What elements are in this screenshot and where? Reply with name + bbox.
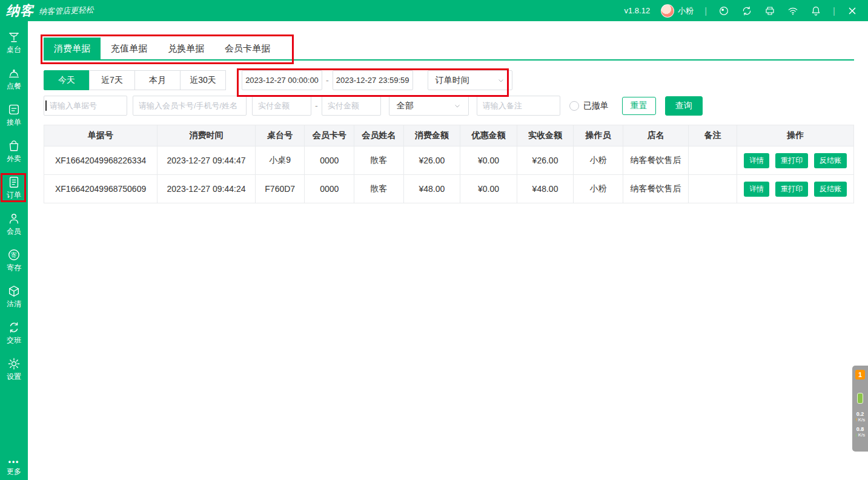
cell-card-no: 0000 (305, 146, 354, 175)
avatar (661, 4, 674, 18)
battery-icon (857, 393, 863, 404)
svg-text:寄: 寄 (11, 252, 17, 258)
tab-consume-receipts[interactable]: 消费单据 (44, 38, 101, 59)
pay-amount-min-input[interactable] (252, 96, 311, 116)
user-chip[interactable]: 小粉 (661, 4, 694, 18)
top-header: 纳客 纳客管店更轻松 v1.8.12 小粉 | | (0, 0, 868, 21)
sidebar-item-shift[interactable]: 交班 (0, 320, 28, 357)
shift-icon (7, 320, 21, 335)
detail-button[interactable]: 详情 (744, 153, 769, 168)
cancelled-radio[interactable] (569, 101, 579, 111)
search-button[interactable]: 查询 (665, 96, 703, 116)
app-logo: 纳客 (6, 4, 34, 18)
cell-actions: 详情 重打印 反结账 (737, 175, 854, 203)
reverse-checkout-button[interactable]: 反结账 (814, 182, 847, 197)
sidebar-item-soldout[interactable]: 沽清 (0, 284, 28, 320)
col-header-consume-amount: 消费金额 (403, 125, 460, 146)
sidebar-item-takeout[interactable]: 外卖 (0, 139, 28, 175)
date-range-separator: - (326, 76, 329, 85)
quick-date-7days[interactable]: 近7天 (89, 70, 135, 90)
member-icon (7, 211, 21, 226)
net-speed-overlay[interactable]: 1 0.2 ↑K/s 0.8 ↓K/s (852, 366, 868, 452)
cell-table-no: F760D7 (255, 175, 305, 203)
reverse-checkout-button[interactable]: 反结账 (814, 153, 847, 168)
cell-member-name: 散客 (354, 175, 404, 203)
sidebar-item-receive-orders[interactable]: 接单 (0, 102, 28, 139)
col-header-remark: 备注 (689, 125, 737, 146)
sidebar-item-label: 设置 (7, 373, 21, 380)
sidebar-item-orders[interactable]: 订单 (0, 175, 28, 211)
reset-button[interactable]: 重置 (622, 97, 656, 115)
upload-speed-value: 0.2 (856, 411, 864, 417)
upload-speed: 0.2 ↑K/s (855, 411, 866, 423)
col-header-received-amount: 实收金额 (517, 125, 574, 146)
end-datetime-input[interactable] (333, 70, 413, 90)
sidebar-item-tables[interactable]: 桌台 (0, 30, 28, 66)
sidebar-item-ordering[interactable]: 点餐 (0, 66, 28, 102)
text-caret (45, 100, 47, 111)
download-speed-unit: K/s (858, 432, 866, 438)
sidebar-item-label: 交班 (7, 337, 21, 344)
cell-time: 2023-12-27 09:44:24 (157, 175, 256, 203)
tab-membercard-receipts[interactable]: 会员卡单据 (214, 38, 280, 59)
tab-recharge-receipts[interactable]: 充值单据 (101, 38, 157, 59)
sidebar-item-label: 点餐 (7, 82, 21, 90)
col-header-actions: 操作 (737, 125, 854, 146)
close-icon[interactable] (846, 5, 858, 17)
settings-icon (7, 357, 21, 371)
sidebar-item-label: 沽清 (7, 300, 21, 307)
sidebar-item-label: 订单 (7, 191, 21, 199)
start-datetime-input[interactable] (242, 70, 322, 90)
col-header-store: 店名 (623, 125, 688, 146)
quick-date-month[interactable]: 本月 (134, 70, 181, 90)
version-label: v1.8.12 (624, 6, 651, 15)
col-header-operator: 操作员 (574, 125, 623, 146)
separator: | (833, 5, 835, 16)
wifi-icon[interactable] (787, 5, 799, 17)
soldout-icon (7, 284, 21, 298)
remark-input[interactable] (477, 96, 560, 116)
sidebar: 桌台 点餐 接单 外卖 订单 会员 寄 寄存 (0, 21, 28, 480)
cell-card-no: 0000 (305, 175, 354, 203)
pay-amount-max-input[interactable] (322, 96, 381, 116)
cell-remark (689, 175, 737, 203)
cell-received-amount: ¥26.00 (517, 146, 574, 175)
cell-remark (689, 146, 737, 175)
detail-button[interactable]: 详情 (744, 182, 769, 197)
cell-received-amount: ¥48.00 (517, 175, 574, 203)
sidebar-item-label: 外卖 (7, 155, 21, 162)
chevron-down-icon (454, 102, 461, 110)
dish-bell-icon (7, 66, 21, 81)
cell-consume-amount: ¥48.00 (403, 175, 460, 203)
quick-date-today[interactable]: 今天 (44, 70, 90, 90)
cell-store: 纳客餐饮售后 (623, 146, 688, 175)
sidebar-item-deposit[interactable]: 寄 寄存 (0, 248, 28, 284)
sidebar-item-more[interactable]: ••• 更多 (7, 458, 21, 475)
deposit-icon: 寄 (7, 248, 21, 262)
order-no-input[interactable] (44, 96, 127, 116)
bell-icon[interactable] (810, 5, 822, 17)
receive-order-icon (7, 102, 21, 117)
member-search-input[interactable] (133, 96, 247, 116)
cell-discount-amount: ¥0.00 (460, 175, 517, 203)
sidebar-item-members[interactable]: 会员 (0, 211, 28, 248)
quick-date-30days[interactable]: 近30天 (180, 70, 226, 90)
topbar-actions: v1.8.12 小粉 | | (624, 4, 858, 18)
sidebar-more-label: 更多 (7, 468, 21, 475)
col-header-order-no: 单据号 (44, 125, 157, 146)
assistant-icon[interactable] (718, 5, 730, 17)
printer-icon[interactable] (764, 5, 776, 17)
tab-exchange-receipts[interactable]: 兑换单据 (157, 38, 214, 59)
status-select[interactable]: 全部 (389, 96, 469, 116)
order-list-icon (7, 175, 21, 189)
table-icon (7, 30, 21, 44)
reprint-button[interactable]: 重打印 (775, 153, 808, 168)
time-type-select[interactable]: 订单时间 (428, 70, 512, 90)
col-header-time: 消费时间 (157, 125, 256, 146)
sidebar-item-label: 接单 (7, 119, 21, 126)
cell-order-no: XF16642049968750609 (44, 175, 157, 203)
sidebar-item-settings[interactable]: 设置 (0, 357, 28, 393)
reprint-button[interactable]: 重打印 (775, 182, 808, 197)
sync-icon[interactable] (741, 5, 753, 17)
arrow-up-icon: ↑ (855, 417, 858, 422)
